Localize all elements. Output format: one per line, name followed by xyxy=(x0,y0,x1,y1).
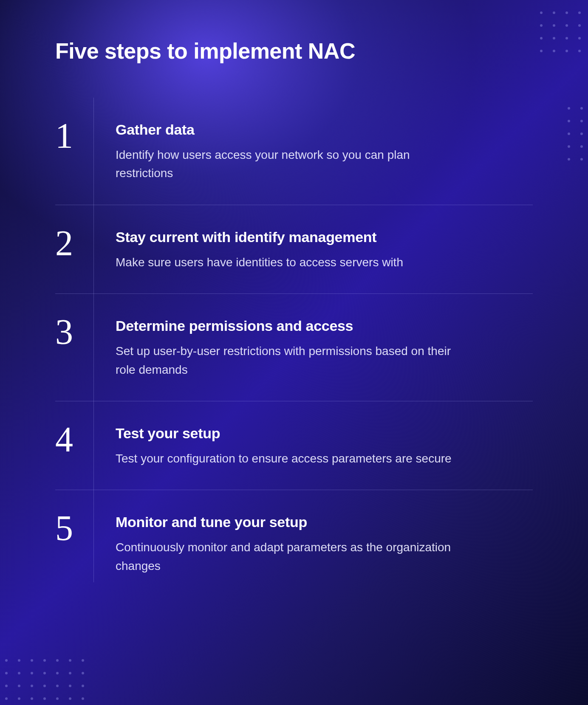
svg-point-41 xyxy=(18,685,20,687)
step-title: Determine permissions and access xyxy=(116,318,533,334)
svg-point-31 xyxy=(69,659,71,662)
svg-point-49 xyxy=(31,697,33,700)
step-row: 3 Determine permissions and access Set u… xyxy=(55,294,533,401)
step-number: 2 xyxy=(55,226,93,261)
step-row: 5 Monitor and tune your setup Continuous… xyxy=(55,490,533,597)
infographic-container: Five steps to implement NAC 1 Gather dat… xyxy=(0,0,588,623)
svg-point-51 xyxy=(56,697,59,700)
step-content: Test your setup Test your configuration … xyxy=(93,422,533,468)
svg-point-52 xyxy=(69,697,71,700)
step-number: 5 xyxy=(55,510,93,546)
step-number-cell: 1 xyxy=(55,118,93,154)
svg-point-45 xyxy=(69,685,71,687)
svg-point-35 xyxy=(31,672,33,674)
svg-point-36 xyxy=(43,672,46,674)
step-row: 2 Stay current with identify management … xyxy=(55,205,533,294)
svg-point-28 xyxy=(31,659,33,662)
steps-list: 1 Gather data Identify how users access … xyxy=(55,98,533,597)
step-number-cell: 5 xyxy=(55,510,93,546)
step-number: 3 xyxy=(55,314,93,350)
step-description: Continuously monitor and adapt parameter… xyxy=(116,538,464,575)
svg-point-53 xyxy=(82,697,84,700)
svg-point-46 xyxy=(82,685,84,687)
dot-pattern-bottom-left xyxy=(0,654,93,705)
step-content: Stay current with identify management Ma… xyxy=(93,226,533,271)
svg-point-30 xyxy=(56,659,59,662)
step-number-cell: 3 xyxy=(55,314,93,350)
svg-point-37 xyxy=(56,672,59,674)
step-row: 4 Test your setup Test your configuratio… xyxy=(55,401,533,490)
step-content: Determine permissions and access Set up … xyxy=(93,314,533,379)
page-title: Five steps to implement NAC xyxy=(55,38,533,64)
step-description: Test your configuration to ensure access… xyxy=(116,449,464,468)
step-number: 1 xyxy=(55,118,93,154)
step-description: Identify how users access your network s… xyxy=(116,146,464,183)
step-content: Gather data Identify how users access yo… xyxy=(93,118,533,183)
svg-point-42 xyxy=(31,685,33,687)
step-number-cell: 2 xyxy=(55,226,93,261)
step-title: Monitor and tune your setup xyxy=(116,514,533,530)
step-description: Set up user-by-user restrictions with pe… xyxy=(116,342,464,379)
svg-point-26 xyxy=(5,659,8,662)
svg-point-50 xyxy=(43,697,46,700)
svg-point-32 xyxy=(82,659,84,662)
svg-point-29 xyxy=(43,659,46,662)
svg-point-43 xyxy=(43,685,46,687)
svg-point-39 xyxy=(82,672,84,674)
svg-point-44 xyxy=(56,685,59,687)
step-row: 1 Gather data Identify how users access … xyxy=(55,98,533,205)
step-title: Stay current with identify management xyxy=(116,229,533,245)
step-description: Make sure users have identities to acces… xyxy=(116,253,464,271)
svg-point-48 xyxy=(18,697,20,700)
svg-point-47 xyxy=(5,697,8,700)
step-content: Monitor and tune your setup Continuously… xyxy=(93,510,533,575)
step-number-cell: 4 xyxy=(55,422,93,457)
svg-point-38 xyxy=(69,672,71,674)
step-title: Gather data xyxy=(116,121,533,138)
svg-point-27 xyxy=(18,659,20,662)
vertical-divider-line xyxy=(93,98,94,582)
svg-point-40 xyxy=(5,685,8,687)
svg-point-33 xyxy=(5,672,8,674)
svg-point-34 xyxy=(18,672,20,674)
step-title: Test your setup xyxy=(116,425,533,442)
step-number: 4 xyxy=(55,422,93,457)
